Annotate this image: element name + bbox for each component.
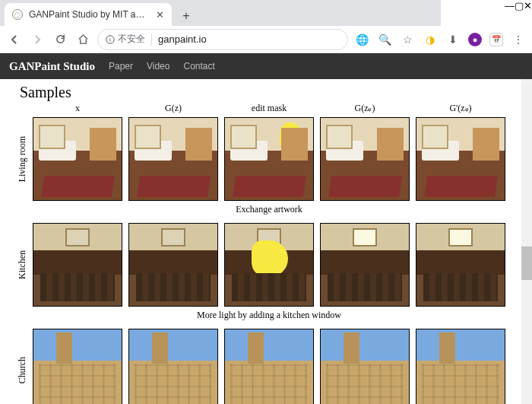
sample-image[interactable] — [320, 223, 410, 307]
section-title: Samples — [20, 84, 518, 101]
row-caption: Exchange artwork — [30, 202, 508, 221]
scrollbar-thumb[interactable] — [521, 247, 532, 280]
sample-image[interactable] — [224, 329, 314, 404]
nav-paper[interactable]: Paper — [109, 61, 133, 72]
scrollbar[interactable] — [521, 79, 532, 404]
row-label: Church — [15, 357, 30, 383]
samples-grid: x G(z) edit mask G(zₑ) G'(zₑ) Living roo… — [15, 103, 508, 404]
col-gze: G(zₑ) — [317, 103, 413, 116]
table-row: Church — [15, 327, 508, 404]
row-label: Kitchen — [15, 250, 30, 279]
window-close-button[interactable]: ✕ — [524, 0, 532, 23]
zoom-icon[interactable]: 🔍 — [377, 32, 392, 47]
nav-contact[interactable]: Contact — [183, 61, 214, 72]
insecure-label: 不安全 — [118, 33, 145, 46]
sample-image[interactable] — [128, 223, 218, 307]
extension-icon[interactable]: ◑ — [423, 32, 438, 47]
edit-mask-icon — [258, 386, 278, 404]
nav-video[interactable]: Video — [147, 61, 169, 72]
calendar-icon[interactable]: 📅 — [489, 33, 503, 46]
reload-button[interactable] — [52, 31, 68, 48]
row-caption: More light by adding a kitchen window — [30, 308, 508, 327]
sample-image[interactable] — [416, 223, 505, 307]
address-bar[interactable]: i 不安全 ganpaint.io — [97, 29, 348, 50]
col-gz: G(z) — [125, 103, 221, 116]
sample-image[interactable] — [320, 117, 410, 201]
col-mask: edit mask — [221, 103, 317, 116]
site-brand[interactable]: GANPaint Studio — [9, 60, 95, 73]
table-row: Living room — [15, 116, 508, 202]
edit-mask-icon — [252, 240, 288, 277]
sample-image[interactable] — [128, 329, 218, 404]
browser-toolbar: i 不安全 ganpaint.io 🌐 🔍 ☆ ◑ ⬇ ● 📅 ⋮ — [0, 26, 532, 53]
back-button[interactable] — [6, 31, 23, 48]
menu-icon[interactable]: ⋮ — [511, 32, 526, 47]
download-icon[interactable]: ⬇ — [445, 32, 461, 47]
browser-tabstrip: ◌ GANPaint Studio by MIT and IBM ✕ + — [0, 0, 441, 26]
globe-icon: ◌ — [12, 9, 23, 20]
toolbar-right-icons: 🌐 🔍 ☆ ◑ ⬇ ● 📅 ⋮ — [354, 32, 526, 47]
browser-tab[interactable]: ◌ GANPaint Studio by MIT and IBM ✕ — [5, 3, 172, 26]
forward-button[interactable] — [29, 31, 46, 48]
insecure-icon: i 不安全 — [106, 33, 145, 46]
sample-image[interactable] — [224, 117, 314, 201]
profile-icon[interactable]: ● — [468, 33, 482, 46]
sample-image[interactable] — [416, 117, 505, 201]
close-icon[interactable]: ✕ — [156, 9, 164, 21]
url-text: ganpaint.io — [158, 33, 207, 45]
col-x: x — [30, 103, 125, 116]
sample-image[interactable] — [320, 329, 410, 404]
star-icon[interactable]: ☆ — [400, 32, 415, 47]
col-gpze: G'(zₑ) — [413, 103, 508, 116]
translate-icon[interactable]: 🌐 — [354, 32, 369, 47]
row-label: Living room — [15, 136, 30, 182]
tab-title: GANPaint Studio by MIT and IBM — [29, 9, 150, 20]
sample-image[interactable] — [416, 329, 505, 404]
separator — [151, 33, 152, 46]
minimize-button[interactable]: — — [505, 0, 515, 23]
new-tab-button[interactable]: + — [176, 6, 196, 26]
table-row: Kitchen — [15, 221, 508, 308]
sample-image[interactable] — [33, 117, 122, 201]
sample-image[interactable] — [33, 329, 122, 404]
page-content: Samples x G(z) edit mask G(zₑ) G'(zₑ) Li… — [0, 79, 532, 404]
svg-text:i: i — [109, 37, 111, 43]
sample-image[interactable] — [33, 223, 122, 307]
edit-mask-icon — [280, 122, 302, 153]
home-button[interactable] — [74, 31, 91, 48]
window-controls: — ▢ ✕ — [505, 0, 532, 23]
maximize-button[interactable]: ▢ — [515, 0, 524, 23]
site-header: GANPaint Studio Paper Video Contact — [0, 53, 532, 79]
sample-image[interactable] — [128, 117, 218, 201]
sample-image[interactable] — [224, 223, 314, 307]
